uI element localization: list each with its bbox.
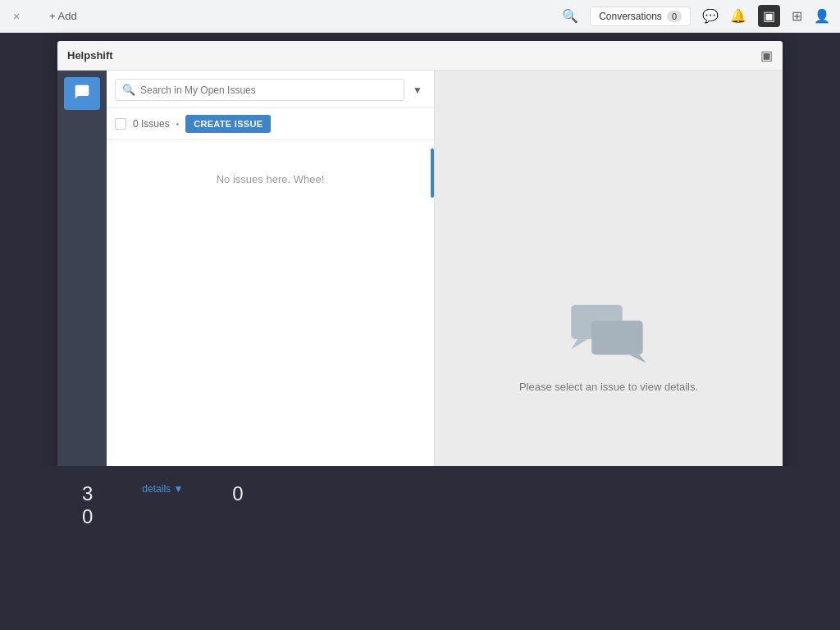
detail-placeholder-text: Please select an issue to view details. xyxy=(519,381,698,393)
search-bar: 🔍 ▼ xyxy=(107,71,434,108)
bg-stats-1: 3 0 xyxy=(82,482,93,528)
avatar-icon[interactable]: 👤 xyxy=(814,8,830,24)
filter-separator: • xyxy=(176,120,180,129)
svg-marker-1 xyxy=(571,339,588,349)
active-view-icon[interactable]: ▣ xyxy=(758,5,780,27)
bg-number-1: 3 xyxy=(82,482,93,505)
empty-message: No issues here. Whee! xyxy=(217,173,325,185)
browser-chrome: × + Add 🔍 Conversations 0 💬 🔔 ▣ ⊞ 👤 xyxy=(0,0,840,33)
background-panel: 3 0 details ▼ 0 xyxy=(0,466,840,630)
bell-icon[interactable]: 🔔 xyxy=(730,8,746,24)
search-icon: 🔍 xyxy=(122,84,135,96)
panel-header: Helpshift ▣ xyxy=(57,41,783,71)
select-all-checkbox[interactable] xyxy=(115,118,126,130)
svg-marker-3 xyxy=(629,355,646,363)
comment-icon[interactable]: 💬 xyxy=(702,8,719,24)
browser-search-icon[interactable]: 🔍 xyxy=(562,8,578,24)
scroll-thumb[interactable] xyxy=(431,148,434,198)
bg-link-wrapper: details ▼ xyxy=(142,482,183,495)
create-issue-button[interactable]: CREATE ISSUE xyxy=(185,115,271,133)
conversations-label: Conversations xyxy=(599,11,662,22)
app-container: Helpshift ▣ h xyxy=(0,33,840,630)
conversations-badge: 0 xyxy=(667,11,682,22)
conversations-button[interactable]: Conversations 0 xyxy=(590,7,691,26)
bg-number-2: 0 xyxy=(82,505,93,528)
nav-item-chat[interactable] xyxy=(64,77,100,110)
chat-nav-icon xyxy=(74,84,90,104)
bg-stats-2: 0 xyxy=(232,482,243,505)
tab-close[interactable]: × xyxy=(10,10,23,23)
panel-toggle-icon[interactable]: ▣ xyxy=(760,48,773,63)
chat-bubbles-icon xyxy=(568,299,650,365)
filter-bar: 0 Issues • CREATE ISSUE xyxy=(107,108,434,140)
issues-count-label: 0 Issues xyxy=(133,118,170,130)
add-tab-button[interactable]: + Add xyxy=(49,10,77,22)
detail-icon-wrapper xyxy=(568,299,650,368)
grid-icon[interactable]: ⊞ xyxy=(792,8,802,24)
panel-title: Helpshift xyxy=(67,49,113,62)
svg-rect-2 xyxy=(591,321,643,355)
browser-icons: 🔍 Conversations 0 💬 🔔 ▣ ⊞ 👤 xyxy=(562,5,830,27)
search-dropdown-arrow[interactable]: ▼ xyxy=(409,81,426,99)
bg-details-link[interactable]: details ▼ xyxy=(142,483,183,495)
bg-number-3: 0 xyxy=(232,482,243,505)
search-input[interactable] xyxy=(140,84,397,96)
search-wrapper: 🔍 xyxy=(115,79,404,101)
